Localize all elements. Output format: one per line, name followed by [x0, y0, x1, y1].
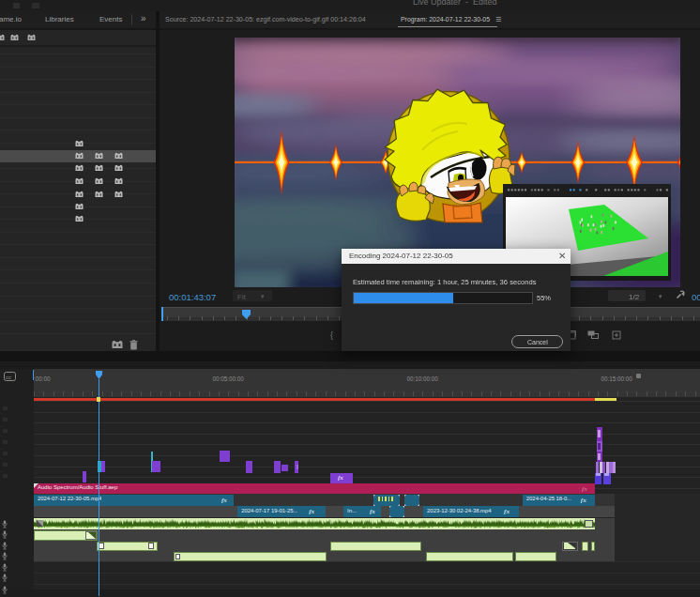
svg-text:cc: cc [6, 375, 11, 380]
